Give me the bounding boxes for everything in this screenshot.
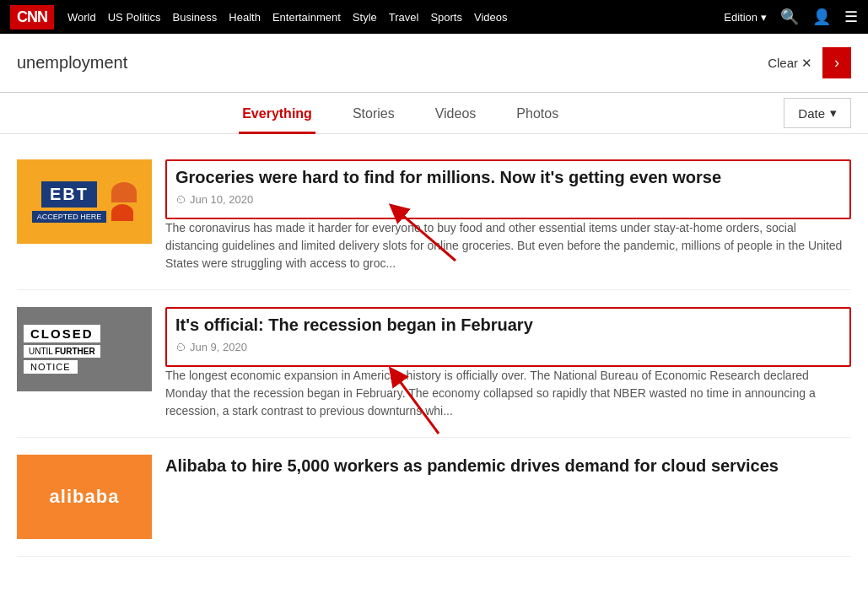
nav-sports[interactable]: Sports — [430, 11, 462, 24]
result-date-2: ⏲ Jun 9, 2020 — [175, 341, 841, 353]
cnn-logo[interactable]: CNN — [10, 5, 54, 30]
result-item-2[interactable]: CLOSED UNTILFURTHER NOTICE It's official… — [17, 290, 851, 438]
clear-button[interactable]: Clear ✕ — [768, 56, 812, 71]
nav-health[interactable]: Health — [229, 11, 261, 24]
result-content-3: Alibaba to hire 5,000 workers as pandemi… — [165, 455, 851, 539]
result-thumbnail-1: EBT ACCEPTED HERE — [17, 159, 152, 244]
result-item-3[interactable]: alibaba Alibaba to hire 5,000 workers as… — [17, 438, 851, 557]
date-filter-button[interactable]: Date ▾ — [784, 98, 851, 128]
result-excerpt-1: The coronavirus has made it harder for e… — [165, 219, 851, 272]
chevron-down-icon: ▾ — [761, 11, 767, 24]
result-date-1: ⏲ Jun 10, 2020 — [175, 193, 841, 206]
nav-travel[interactable]: Travel — [389, 11, 419, 24]
date-label: Date — [798, 106, 825, 121]
nav-right-controls: Edition ▾ 🔍 👤 ☰ — [724, 8, 858, 26]
nav-links: World US Politics Business Health Entert… — [67, 11, 710, 24]
nav-business[interactable]: Business — [173, 11, 218, 24]
user-icon[interactable]: 👤 — [812, 8, 831, 26]
tab-photos[interactable]: Photos — [513, 93, 562, 134]
search-input[interactable] — [17, 53, 761, 73]
filter-tabs-bar: Everything Stories Videos Photos Date ▾ — [0, 93, 868, 134]
filter-tabs-list: Everything Stories Videos Photos — [17, 93, 784, 133]
alibaba-logo-text: alibaba — [50, 486, 120, 508]
result-title-2[interactable]: It's official: The recession began in Fe… — [175, 314, 841, 336]
nav-entertainment[interactable]: Entertainment — [272, 11, 341, 24]
result-highlight-box-2: It's official: The recession began in Fe… — [165, 307, 851, 367]
ebt-thumbnail: EBT ACCEPTED HERE — [17, 159, 152, 244]
clock-icon: ⏲ — [175, 341, 186, 353]
result-title-1[interactable]: Groceries were hard to find for millions… — [175, 166, 841, 188]
search-results: EBT ACCEPTED HERE Groceries were hard to… — [0, 134, 868, 565]
nav-style[interactable]: Style — [353, 11, 377, 24]
result-item-1[interactable]: EBT ACCEPTED HERE Groceries were hard to… — [17, 143, 851, 290]
result-title-3[interactable]: Alibaba to hire 5,000 workers as pandemi… — [165, 455, 851, 477]
chevron-down-icon: ▾ — [830, 105, 837, 121]
result-thumbnail-2: CLOSED UNTILFURTHER NOTICE — [17, 307, 152, 391]
result-highlight-box-1: Groceries were hard to find for millions… — [165, 159, 851, 219]
tab-stories[interactable]: Stories — [349, 93, 398, 134]
tab-everything[interactable]: Everything — [239, 93, 315, 134]
nav-videos[interactable]: Videos — [474, 11, 508, 24]
search-submit-button[interactable]: › — [822, 47, 851, 78]
search-bar: Clear ✕ › — [0, 34, 868, 93]
nav-world[interactable]: World — [67, 11, 96, 24]
menu-icon[interactable]: ☰ — [844, 8, 858, 26]
tab-videos[interactable]: Videos — [432, 93, 480, 134]
result-content-1: Groceries were hard to find for millions… — [165, 159, 851, 272]
edition-button[interactable]: Edition ▾ — [724, 11, 767, 24]
search-icon[interactable]: 🔍 — [780, 8, 799, 26]
nav-us-politics[interactable]: US Politics — [108, 11, 161, 24]
result-thumbnail-3: alibaba — [17, 455, 152, 539]
result-excerpt-2: The longest economic expansion in Americ… — [165, 367, 851, 420]
close-icon: ✕ — [801, 56, 812, 71]
top-navigation: CNN World US Politics Business Health En… — [0, 0, 868, 34]
result-content-2: It's official: The recession began in Fe… — [165, 307, 851, 420]
clock-icon: ⏲ — [175, 193, 186, 206]
edition-label: Edition — [724, 11, 757, 24]
clear-label: Clear — [768, 56, 798, 70]
